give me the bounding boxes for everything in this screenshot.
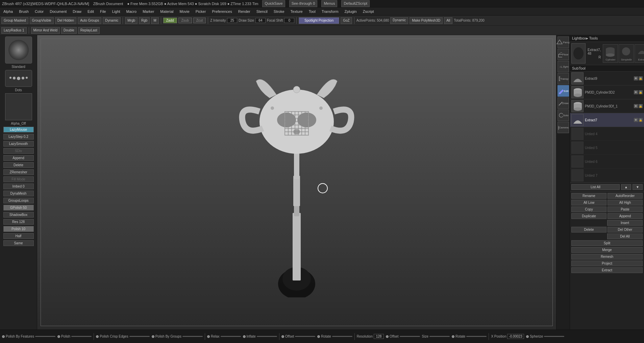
mrgb-btn[interactable]: Mrgb	[125, 17, 138, 24]
spherize-label[interactable]: Spherize	[530, 335, 543, 338]
rotate2-label[interactable]: Rotate	[455, 335, 465, 338]
res-btn[interactable]: Res 128	[3, 219, 34, 225]
subtool-pm3d-cylf1[interactable]: PM3D_Cylinder3Df_1 👁 🔒	[570, 99, 644, 113]
menu-render[interactable]: Render	[237, 9, 252, 14]
pm3d-cylf1-lock[interactable]: 🔒	[639, 104, 643, 108]
draw-btn[interactable]: Draw	[558, 97, 569, 109]
append-btn[interactable]: Append	[3, 155, 34, 161]
dynamic2-btn[interactable]: Dynamic	[390, 17, 408, 24]
persp-btn[interactable]: Persp	[558, 36, 569, 48]
x-position-value[interactable]: -0.00023	[507, 334, 524, 339]
polish-crisp-slider[interactable]	[129, 336, 150, 337]
menu-color[interactable]: Color	[33, 9, 45, 14]
relax-slider[interactable]	[221, 336, 241, 337]
floor-btn[interactable]: Floor	[558, 49, 569, 60]
group-visible-btn[interactable]: GroupVisible	[30, 17, 54, 24]
menu-macro[interactable]: Macro	[125, 9, 138, 14]
menu-preferences[interactable]: Preferences	[210, 9, 233, 14]
pm3d-cylf1-eye[interactable]: 👁	[634, 104, 638, 108]
all-low-btn[interactable]: All Low	[571, 200, 606, 205]
fillmode-btn[interactable]: Fill Mode	[3, 176, 34, 182]
menu-zscript[interactable]: Zscript	[362, 9, 375, 14]
zadd-btn[interactable]: Zadd	[163, 18, 177, 23]
extract9-eye[interactable]: 👁	[634, 76, 638, 80]
copy-btn[interactable]: Copy	[571, 206, 606, 212]
brush-preview[interactable]	[5, 36, 32, 64]
polish-groups-slider[interactable]	[182, 336, 203, 337]
quicksave-btn[interactable]: QuickSave	[262, 0, 285, 7]
zcut-btn[interactable]: Zcut	[193, 18, 206, 23]
project-btn[interactable]: Project	[571, 261, 643, 266]
lsym-btn[interactable]: ↔ L.Sym	[558, 61, 569, 72]
subtool-untied6[interactable]: Untied 6	[570, 155, 644, 169]
menu-picker[interactable]: Picker	[194, 9, 207, 14]
menu-stencil[interactable]: Stencil	[255, 9, 269, 14]
polish-btn[interactable]: Polish 10	[3, 226, 34, 232]
relax-label[interactable]: Relax	[211, 335, 220, 338]
subtool-extract9[interactable]: Extract9 👁 🔒	[570, 72, 644, 85]
solo-btn[interactable]: Solo	[558, 109, 569, 121]
menu-brush[interactable]: Brush	[18, 9, 30, 14]
same-btn[interactable]: Same	[3, 240, 34, 246]
autoreorder-btn[interactable]: AutoReorder	[608, 193, 643, 199]
replaylast-btn[interactable]: ReplayLast	[78, 27, 100, 34]
rotate-label[interactable]: Rotate	[321, 335, 331, 338]
lightbox-header[interactable]: Lightbox▸ Tools	[570, 35, 644, 42]
merge-btn[interactable]: Merge	[571, 247, 643, 253]
del-hidden-btn[interactable]: Del Hidden	[55, 17, 76, 24]
z-intensity-value[interactable]: 25	[227, 18, 237, 23]
m-btn[interactable]: M	[151, 17, 158, 24]
menu-zplugin[interactable]: Zplugin	[343, 9, 358, 14]
simplebrush-thumb[interactable]: SimpleBr	[619, 44, 634, 63]
menu-tool[interactable]: Tool	[307, 9, 317, 14]
shadowbox-btn[interactable]: ShadowBox	[3, 212, 34, 218]
gpolish-btn[interactable]: GPolish 50	[3, 205, 34, 211]
menu-document[interactable]: Document	[48, 9, 68, 14]
menu-movie[interactable]: Movie	[178, 9, 191, 14]
menu-material[interactable]: Material	[159, 9, 175, 14]
rgb-btn[interactable]: Rgb	[139, 17, 150, 24]
extract7-eye[interactable]: 👁	[634, 118, 638, 122]
spotlight-projection-btn[interactable]: Spotlight Projection	[299, 17, 339, 24]
del-other-btn[interactable]: Del Other	[608, 227, 643, 232]
menu-file[interactable]: File	[99, 9, 107, 14]
transp-btn[interactable]: Transp	[558, 73, 569, 84]
offset2-label[interactable]: Offset	[390, 335, 399, 338]
subtool-untied4[interactable]: Untied 4	[570, 127, 644, 141]
remesh-btn[interactable]: Remesh	[571, 254, 643, 260]
menu-edit[interactable]: Edit	[86, 9, 95, 14]
focal-value[interactable]: 0	[284, 18, 294, 23]
menu-alpha[interactable]: Alpha	[2, 9, 14, 14]
resolution-value[interactable]: 128	[374, 334, 384, 339]
insert-btn[interactable]: Insert	[607, 220, 643, 226]
up-btn[interactable]: ▲	[621, 184, 631, 190]
subtool-extract7[interactable]: Extract7 👁 🔒	[570, 113, 644, 127]
inflate-label[interactable]: Inflate	[247, 335, 256, 338]
offset-label[interactable]: Offset	[285, 335, 294, 338]
pm3d-cyl2-eye[interactable]: 👁	[634, 90, 638, 94]
polish-crisp-label[interactable]: Polish Crisp Edges	[100, 335, 128, 338]
rotate2-slider[interactable]	[466, 336, 487, 337]
camera-btn[interactable]: Camera	[558, 122, 569, 133]
extract-thumb1[interactable]	[571, 43, 586, 64]
lazy-radius-btn[interactable]: LazyRadius 1	[1, 27, 27, 34]
rename-btn[interactable]: Rename	[571, 193, 606, 199]
edit-btn[interactable]: Edit	[558, 85, 569, 97]
subtool-untied7[interactable]: Untied 7	[570, 169, 644, 182]
extract7-lock[interactable]: 🔒	[639, 118, 643, 122]
paste-btn[interactable]: Paste	[608, 206, 643, 212]
menu-draw[interactable]: Draw	[71, 9, 83, 14]
duplicate-btn[interactable]: Duplicate	[571, 213, 606, 219]
pm3d-cyl2-lock[interactable]: 🔒	[639, 90, 643, 94]
down-btn[interactable]: ▼	[633, 184, 643, 190]
all-btn[interactable]: All	[444, 17, 452, 24]
zsub-btn[interactable]: Zsub	[178, 18, 192, 23]
delete-btn2[interactable]: Delete	[571, 227, 606, 232]
seethrough-btn[interactable]: See-through 0	[289, 0, 318, 7]
draw-size-value[interactable]: 64	[255, 18, 266, 23]
stroke-preview[interactable]	[5, 70, 32, 87]
spherize-slider[interactable]	[544, 336, 564, 337]
groupsloops-btn[interactable]: GroupsLoops	[3, 198, 34, 203]
defaultscript-btn[interactable]: DefaultZScript	[341, 0, 370, 7]
double-btn[interactable]: Double	[61, 27, 77, 34]
